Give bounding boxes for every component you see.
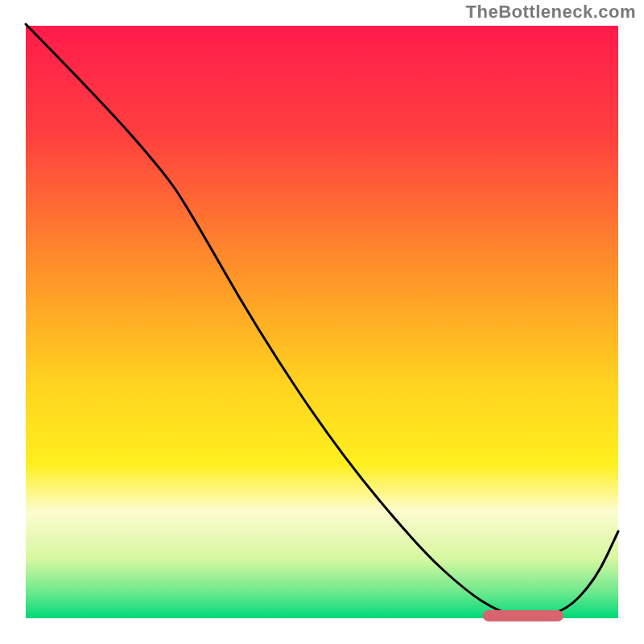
plot-background — [26, 26, 618, 618]
optimal-range-marker — [483, 610, 564, 621]
chart-container: TheBottleneck.com — [0, 0, 644, 644]
bottleneck-chart — [0, 0, 644, 644]
